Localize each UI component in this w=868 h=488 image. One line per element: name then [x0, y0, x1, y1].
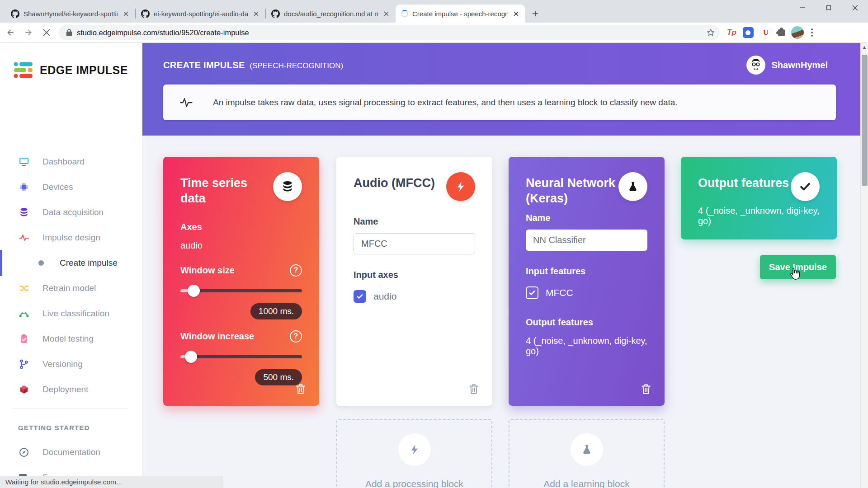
maximize-icon[interactable] [816, 0, 842, 15]
new-tab-button[interactable] [529, 7, 542, 20]
page-title: CREATE IMPULSE (SPEECH-RECOGNITION) [163, 60, 343, 70]
name-label: Name [354, 216, 475, 227]
project-name: (SPEECH-RECOGNITION) [250, 61, 343, 70]
sidebar-item-label: Impulse design [42, 233, 100, 243]
documentation-icon [18, 447, 30, 458]
live-classification-icon [18, 308, 30, 319]
trash-icon [641, 383, 651, 395]
forward-icon[interactable] [21, 25, 36, 40]
sidebar-item-documentation[interactable]: Documentation [0, 440, 142, 465]
stop-loading-icon[interactable] [39, 25, 54, 40]
add-processing-block[interactable]: Add a processing block [336, 419, 492, 488]
trash-icon [468, 383, 479, 395]
getting-started-header: GETTING STARTED [18, 424, 90, 432]
browser-profile-avatar[interactable] [791, 26, 804, 39]
window-increase-label: Window increase [180, 331, 254, 342]
window-size-label: Window size [180, 265, 235, 276]
sidebar-item-data-acquisition[interactable]: Data acquisition [0, 200, 142, 225]
bookmark-star-icon[interactable] [706, 28, 715, 37]
close-icon[interactable] [252, 9, 260, 18]
sidebar-item-label: Deployment [42, 385, 88, 394]
input-features-label: Input features [526, 266, 647, 277]
bullet-dot [35, 260, 47, 266]
axes-label: Axes [180, 222, 302, 232]
active-indicator [0, 250, 2, 276]
mfcc-name-input[interactable] [354, 233, 475, 254]
info-banner-text: An impulse takes raw data, uses signal p… [213, 98, 678, 108]
slider-thumb[interactable] [188, 285, 200, 297]
dashboard-icon [18, 156, 30, 167]
model-testing-icon [18, 333, 30, 344]
browser-menu-icon[interactable] [811, 28, 813, 37]
nn-name-input[interactable] [526, 230, 647, 251]
tab-github-2[interactable]: ei-keyword-spotting/ei-audio-da [136, 5, 265, 23]
close-window-icon[interactable] [842, 0, 868, 15]
avatar [746, 56, 765, 75]
back-icon[interactable] [3, 25, 18, 40]
extensions-puzzle-icon[interactable] [778, 29, 785, 36]
sidebar-item-live-classification[interactable]: Live classification [0, 301, 142, 326]
sidebar-item-label: Retrain model [42, 283, 96, 293]
tab-github-3[interactable]: docs/audio_recognition.md at m [266, 5, 396, 23]
sidebar-item-dashboard[interactable]: Dashboard [0, 149, 142, 174]
tab-active-create-impulse[interactable]: Create impulse - speech-recogni [396, 5, 525, 23]
loading-spinner [401, 10, 408, 17]
tab-github-1[interactable]: ShawnHymel/ei-keyword-spottin [5, 5, 135, 23]
add-processing-label: Add a processing block [365, 479, 463, 488]
close-icon[interactable] [512, 9, 520, 18]
github-icon [141, 9, 150, 18]
trash-icon [295, 383, 306, 395]
checkbox-checked[interactable] [354, 290, 366, 303]
close-icon[interactable] [122, 9, 130, 18]
help-icon[interactable]: ? [290, 264, 302, 277]
checkbox-checked[interactable] [526, 286, 538, 299]
extension-shield-icon[interactable] [743, 27, 754, 38]
delete-block-button[interactable] [467, 382, 481, 396]
window-size-value-badge: 1000 ms. [250, 303, 302, 319]
sidebar-item-impulse-design[interactable]: Impulse design [0, 225, 142, 250]
window-size-slider[interactable] [180, 285, 302, 297]
sidebar-item-label: Devices [42, 182, 73, 192]
username: ShawnHymel [772, 60, 828, 70]
page-header: CREATE IMPULSE (SPEECH-RECOGNITION) Shaw… [142, 43, 860, 136]
sidebar-item-label: Documentation [42, 447, 100, 457]
name-label: Name [526, 213, 647, 223]
user-chip[interactable]: ShawnHymel [746, 56, 828, 75]
sidebar-item-label: Data acquisition [42, 207, 104, 217]
window-increase-slider[interactable] [180, 351, 302, 363]
check-icon [791, 172, 820, 201]
url-text[interactable]: studio.edgeimpulse.com/studio/9520/creat… [77, 28, 706, 37]
sidebar-item-deployment[interactable]: Deployment [0, 377, 142, 402]
address-bar[interactable]: studio.edgeimpulse.com/studio/9520/creat… [59, 25, 720, 40]
close-icon[interactable] [382, 9, 390, 18]
tab-title: ShawnHymel/ei-keyword-spottin [24, 10, 118, 18]
sidebar-item-model-testing[interactable]: Model testing [0, 326, 142, 352]
sidebar-item-create-impulse[interactable]: Create impulse [0, 250, 142, 276]
help-icon[interactable]: ? [290, 330, 302, 343]
info-banner: An impulse takes raw data, uses signal p… [163, 84, 836, 120]
extension-ublock-icon[interactable]: U [760, 27, 772, 38]
slider-thumb[interactable] [185, 351, 197, 363]
tab-strip: ShawnHymel/ei-keyword-spottin ei-keyword… [0, 0, 868, 23]
output-features-value: 4 (_noise, _unknown, digi-key, go) [526, 336, 647, 357]
deployment-icon [18, 384, 30, 395]
sidebar-item-label: Model testing [42, 334, 94, 344]
card-title: Output features [698, 172, 789, 191]
minimize-icon[interactable] [789, 0, 816, 15]
delete-block-button[interactable] [639, 382, 653, 396]
add-learning-block[interactable]: Add a learning block [509, 419, 665, 488]
sidebar-item-retrain-model[interactable]: Retrain model [0, 276, 142, 301]
logo-text: EDGE IMPULSE [40, 64, 128, 77]
database-icon [273, 172, 302, 201]
page-scrollbar[interactable] [860, 43, 868, 488]
cursor-pointer [788, 267, 802, 283]
lightning-icon [446, 172, 475, 201]
edge-impulse-logo[interactable]: EDGE IMPULSE [14, 61, 128, 79]
sidebar-item-versioning[interactable]: Versioning [0, 352, 142, 377]
extension-tp-icon[interactable]: Tp [727, 28, 736, 37]
sidebar-item-devices[interactable]: Devices [0, 174, 142, 200]
scrollbar-thumb[interactable] [862, 55, 868, 186]
scroll-up-icon[interactable] [863, 46, 866, 49]
delete-block-button[interactable] [294, 382, 307, 396]
card-title: Time series data [180, 172, 273, 206]
